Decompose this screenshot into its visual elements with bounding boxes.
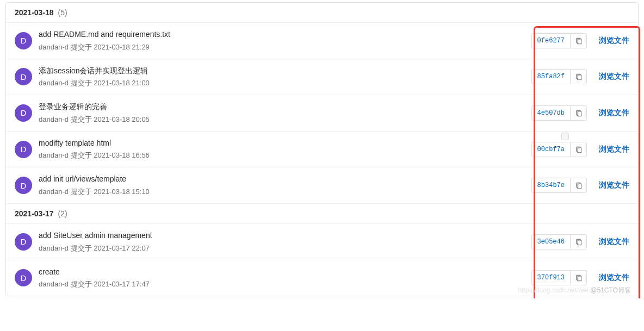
- commit-row: D 登录业务逻辑的完善 dandan-d 提交于 2021-03-18 20:0…: [6, 95, 638, 131]
- commit-meta: dandan-d 提交于 2021-03-18 20:05: [39, 115, 531, 124]
- group-date: 2021-03-18: [15, 8, 54, 17]
- copy-icon: [575, 238, 583, 246]
- commit-meta: dandan-d 提交于 2021-03-18 16:56: [39, 151, 531, 160]
- copy-icon: [575, 274, 583, 282]
- commit-row: D add init url/views/template dandan-d 提…: [6, 167, 638, 203]
- copy-sha-button[interactable]: [571, 33, 587, 48]
- commit-title[interactable]: add README.md and requirements.txt: [39, 29, 531, 40]
- commit-row: D modifty template html dandan-d 提交于 202…: [6, 131, 638, 167]
- browse-files-link[interactable]: 浏览文件: [599, 36, 629, 46]
- copy-sha-button[interactable]: [571, 69, 587, 84]
- copy-icon: [575, 146, 583, 153]
- commit-time: 2021-03-17 22:07: [94, 244, 150, 252]
- sha-badge[interactable]: 85fa82f: [531, 69, 571, 84]
- commit-author[interactable]: dandan-d: [39, 151, 69, 159]
- commit-time: 2021-03-18 15:10: [94, 188, 150, 196]
- commit-title[interactable]: add init url/views/template: [39, 174, 531, 185]
- commit-meta: dandan-d 提交于 2021-03-18 21:29: [39, 42, 531, 52]
- commit-meta: dandan-d 提交于 2021-03-17 22:07: [39, 243, 531, 253]
- group-count: (2): [58, 209, 67, 218]
- commit-author[interactable]: dandan-d: [39, 43, 69, 51]
- sha-badge[interactable]: 3e05e46: [531, 234, 571, 249]
- copy-icon: [575, 73, 583, 80]
- commit-time: 2021-03-18 20:05: [94, 115, 150, 123]
- commit-title[interactable]: add SiteUser admin management: [39, 230, 531, 241]
- commit-author[interactable]: dandan-d: [39, 244, 69, 252]
- date-group-header: 2021-03-17 (2): [6, 203, 638, 223]
- commit-title[interactable]: modifty template html: [39, 138, 531, 149]
- copy-sha-button[interactable]: [571, 105, 587, 121]
- commit-author[interactable]: dandan-d: [39, 280, 69, 288]
- commit-verb: 提交于: [71, 188, 92, 196]
- commit-time: 2021-03-17 17:47: [94, 280, 150, 288]
- sha-badge[interactable]: 8b34b7e: [531, 178, 571, 193]
- sha-badge[interactable]: 0fe6277: [531, 33, 571, 48]
- commit-verb: 提交于: [71, 151, 92, 159]
- browse-files-link[interactable]: 浏览文件: [599, 145, 629, 154]
- copy-icon: [575, 182, 583, 189]
- avatar[interactable]: D: [15, 104, 32, 122]
- browse-files-link[interactable]: 浏览文件: [599, 273, 629, 283]
- avatar[interactable]: D: [15, 177, 32, 194]
- avatar[interactable]: D: [15, 68, 32, 85]
- commit-author[interactable]: dandan-d: [39, 115, 69, 123]
- commit-verb: 提交于: [71, 115, 92, 123]
- copy-sha-button[interactable]: [571, 178, 587, 193]
- browse-files-link[interactable]: 浏览文件: [599, 108, 629, 118]
- copy-sha-button[interactable]: [571, 234, 587, 249]
- copy-sha-button[interactable]: [571, 270, 587, 285]
- browse-files-link[interactable]: 浏览文件: [599, 72, 629, 82]
- browse-files-link[interactable]: 浏览文件: [599, 237, 629, 247]
- commit-row: D add SiteUser admin management dandan-d…: [6, 223, 638, 260]
- copy-sha-button[interactable]: [571, 142, 587, 157]
- group-count: (5): [58, 8, 67, 17]
- commit-row: D 添加session会话并实现登出逻辑 dandan-d 提交于 2021-0…: [6, 59, 638, 95]
- avatar[interactable]: D: [15, 269, 32, 286]
- sha-badge[interactable]: 00cbf7a: [531, 142, 571, 157]
- commit-meta: dandan-d 提交于 2021-03-18 15:10: [39, 187, 531, 197]
- copy-icon: [575, 37, 583, 45]
- sha-badge[interactable]: 4e507db: [531, 105, 571, 121]
- commit-time: 2021-03-18 21:00: [94, 79, 150, 87]
- sha-badge[interactable]: 370f913: [531, 270, 571, 285]
- commit-row: D create dandan-d 提交于 2021-03-17 17:47 3…: [6, 260, 638, 296]
- browse-files-link[interactable]: 浏览文件: [599, 180, 629, 190]
- copy-icon: [575, 109, 583, 117]
- commit-title[interactable]: 添加session会话并实现登出逻辑: [39, 66, 531, 77]
- commit-row: D add README.md and requirements.txt dan…: [6, 22, 638, 59]
- commit-meta: dandan-d 提交于 2021-03-17 17:47: [39, 279, 531, 289]
- commit-verb: 提交于: [71, 280, 92, 288]
- avatar[interactable]: D: [15, 141, 32, 158]
- group-date: 2021-03-17: [15, 209, 54, 218]
- avatar[interactable]: D: [15, 233, 32, 251]
- commit-meta: dandan-d 提交于 2021-03-18 21:00: [39, 78, 531, 88]
- commit-verb: 提交于: [71, 244, 92, 252]
- commit-title[interactable]: create: [39, 267, 531, 278]
- commit-time: 2021-03-18 16:56: [94, 151, 150, 159]
- commit-list-panel: 2021-03-18 (5) D add README.md and requi…: [5, 2, 639, 296]
- commit-author[interactable]: dandan-d: [39, 188, 69, 196]
- commit-title[interactable]: 登录业务逻辑的完善: [39, 102, 531, 113]
- scroll-marker-icon: [561, 133, 569, 140]
- avatar[interactable]: D: [15, 32, 32, 49]
- commit-verb: 提交于: [71, 79, 92, 87]
- commit-author[interactable]: dandan-d: [39, 79, 69, 87]
- date-group-header: 2021-03-18 (5): [6, 3, 638, 22]
- commit-time: 2021-03-18 21:29: [94, 43, 150, 51]
- commit-verb: 提交于: [71, 43, 92, 51]
